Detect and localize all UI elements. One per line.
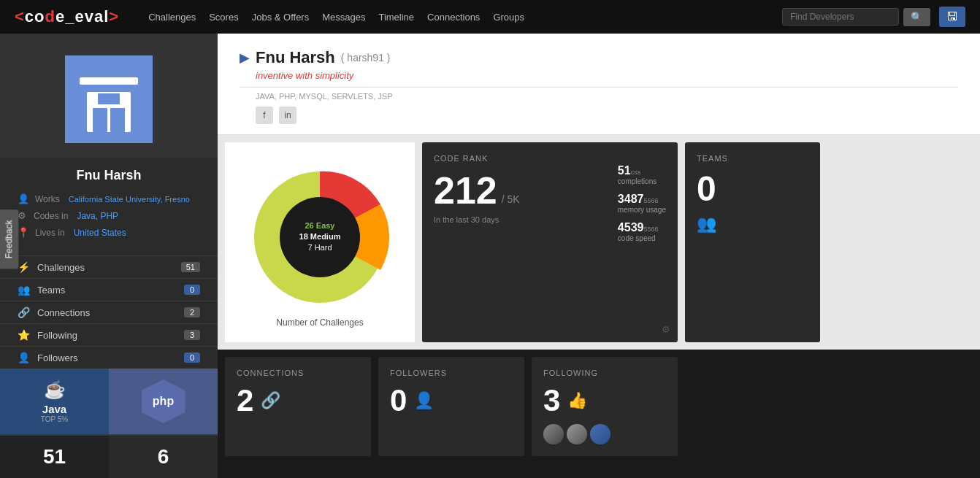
stat-connections[interactable]: 🔗 Connections 2 [0, 301, 218, 323]
profile-name: Fnu Harsh [256, 48, 335, 67]
code-rank-title: Code Rank [434, 154, 666, 163]
feedback-tab[interactable]: Feedback [0, 209, 18, 269]
logo: <code_eval> [15, 7, 119, 26]
bottom-num-51: 51 [0, 434, 109, 478]
teams-count: 0 [697, 169, 808, 209]
main-layout: Fnu Harsh 👤 Works California State Unive… [0, 34, 980, 478]
following-count: 3 [184, 330, 200, 340]
user-name: Fnu Harsh [76, 168, 141, 183]
challenges-count: 51 [181, 262, 200, 272]
stat-challenges[interactable]: ⚡ Challenges 51 [0, 255, 218, 278]
svg-rect-4 [93, 108, 107, 132]
svg-rect-3 [98, 93, 120, 104]
profile-arrow-icon: ▶ [240, 50, 250, 66]
rank-number: 212 [434, 169, 497, 212]
works-label: Works [35, 194, 60, 204]
logo-left-bracket: < [15, 7, 25, 26]
stat-followers[interactable]: 👤 Followers 0 [0, 346, 218, 369]
teams-count: 0 [184, 285, 200, 295]
stat-speed: 45395566 code speed [618, 221, 666, 242]
works-value[interactable]: California State University, Fresno [69, 195, 190, 204]
connections-link-icon: 🔗 [261, 391, 280, 410]
connections-card-title: CONNECTIONS [237, 369, 359, 377]
avatar [65, 55, 153, 143]
challenges-icon: ⚡ [18, 261, 30, 273]
main-content: ▶ Fnu Harsh ( harsh91 ) inventive with s… [218, 34, 980, 478]
following-avatar-3 [590, 424, 610, 444]
connections-icon: 🔗 [18, 307, 30, 318]
following-avatar-2 [567, 424, 587, 444]
profile-handle: ( harsh91 ) [341, 52, 391, 63]
content-area: 26 Easy 18 Medium 7 Hard Number of Chall… [218, 135, 980, 350]
sidebar-stats: ⚡ Challenges 51 👥 Teams 0 🔗 Connections … [0, 255, 218, 369]
lives-value[interactable]: United States [74, 228, 126, 238]
teams-icon: 👥 [18, 284, 30, 296]
logo-right-bracket: > [109, 7, 119, 26]
following-num: 3 [543, 383, 560, 418]
svg-text:26 Easy: 26 Easy [305, 221, 336, 230]
rank-denom: 5K [508, 193, 520, 205]
nav-save-button[interactable]: 🖫 [939, 7, 965, 27]
facebook-button[interactable]: f [256, 107, 273, 124]
skill-tiles: ☕ Java TOP 5% php [0, 369, 218, 434]
java-skill-tile[interactable]: ☕ Java TOP 5% [0, 369, 109, 434]
gear-icon[interactable]: ⚙ [662, 324, 670, 335]
followers-label: Followers [37, 352, 184, 363]
codes-icon: ⚙ [18, 210, 28, 221]
svg-text:18 Medium: 18 Medium [299, 232, 341, 241]
followers-person-icon: 👤 [414, 391, 434, 410]
svg-rect-1 [80, 77, 138, 85]
avatar-area [0, 34, 218, 158]
profile-social: f in [256, 107, 958, 134]
pie-chart: 26 Easy 18 Medium 7 Hard [247, 164, 393, 310]
java-skill-name: Java [42, 403, 66, 415]
nav-search-area: 🔍 🖫 [782, 7, 965, 27]
php-skill-tile[interactable]: php [109, 369, 218, 434]
profile-name-row: ▶ Fnu Harsh ( harsh91 ) [240, 48, 958, 67]
nav-messages[interactable]: Messages [322, 12, 365, 23]
followers-num: 0 [390, 383, 407, 418]
followers-count: 0 [184, 352, 200, 363]
following-thumb-icon: 👍 [567, 391, 587, 410]
connections-count: 2 [184, 307, 200, 317]
profile-skills: JAVA, PHP, MYSQL, SERVLETS, JSP [256, 92, 958, 101]
chart-area: 26 Easy 18 Medium 7 Hard Number of Chall… [225, 142, 415, 342]
codes-value[interactable]: Java, PHP [77, 211, 118, 221]
nav-challenges[interactable]: Challenges [148, 12, 196, 23]
logo-code2: e_eval [55, 7, 109, 26]
nav-jobs[interactable]: Jobs & Offers [252, 12, 310, 23]
followers-icon: 👤 [18, 352, 30, 363]
teams-card-title: TEAMS [697, 154, 808, 163]
connections-num: 2 [237, 383, 253, 418]
lives-label: Lives in [35, 228, 65, 238]
connections-label: Connections [37, 307, 184, 318]
nav-groups[interactable]: Groups [493, 12, 524, 23]
linkedin-button[interactable]: in [279, 107, 296, 124]
codes-label: Codes in [34, 211, 68, 221]
meta-works: 👤 Works California State University, Fre… [18, 193, 200, 204]
sidebar: Fnu Harsh 👤 Works California State Unive… [0, 34, 218, 478]
stat-following[interactable]: ⭐ Following 3 [0, 323, 218, 346]
search-input[interactable] [782, 8, 899, 26]
stat-teams[interactable]: 👥 Teams 0 [0, 278, 218, 301]
connections-card: CONNECTIONS 2 🔗 [225, 357, 371, 456]
nav-scores[interactable]: Scores [209, 12, 238, 23]
following-label: Following [37, 330, 184, 341]
avatar-image [65, 55, 153, 143]
nav-connections[interactable]: Connections [427, 12, 480, 23]
stat-completions: 51css completions [618, 164, 666, 185]
bottom-numbers: 51 6 [0, 434, 218, 478]
user-meta: 👤 Works California State University, Fre… [0, 193, 218, 244]
logo-code: co [25, 7, 45, 26]
search-button[interactable]: 🔍 [903, 8, 930, 26]
meta-lives: 📍 Lives in United States [18, 227, 200, 238]
teams-card: TEAMS 0 👥 [685, 142, 820, 342]
profile-divider [240, 87, 958, 88]
meta-codes: ⚙ Codes in Java, PHP [18, 210, 200, 221]
nav-timeline[interactable]: Timeline [378, 12, 414, 23]
java-skill-sub: TOP 5% [41, 415, 68, 423]
following-icon: ⭐ [18, 329, 30, 341]
challenges-label: Challenges [37, 262, 181, 273]
following-card-title: FOLLOWING [543, 369, 666, 377]
rank-stats: 51css completions 34875566 memory usage … [618, 164, 666, 250]
